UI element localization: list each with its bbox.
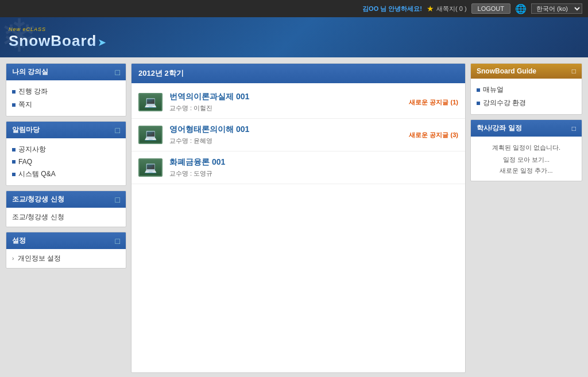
semester-header: 2012년 2학기 [131, 64, 465, 83]
main-layout: 나의 강의실 □ 진행 강좌 쪽지 알림마당 □ [0, 57, 588, 377]
course-title-2[interactable]: 영어형태론의이해 001 [169, 125, 402, 135]
my-classroom-title: 나의 강의실 [12, 67, 48, 77]
settings-body: › 개인정보 설정 [6, 249, 126, 268]
logo-row: SnowBoard ➤ [9, 33, 106, 49]
my-classroom-header: 나의 강의실 □ [6, 64, 126, 80]
course-icon-3 [138, 158, 163, 177]
new-eclass-label: New eCLASS [9, 26, 46, 32]
greeting-text: 김OO 님 안녕하세요! [362, 5, 422, 13]
logout-button[interactable]: LOGOUT [471, 3, 510, 14]
schedule-title: 학사/강좌 일정 [477, 123, 522, 133]
guide-body: 매뉴얼 강의수강 환경 [471, 79, 582, 114]
new-message-link[interactable]: ★ 새쪽지( 0 ) [427, 4, 467, 13]
notice-board-collapse-icon[interactable]: □ [115, 126, 120, 134]
course-title-3[interactable]: 화폐금융론 001 [169, 157, 451, 168]
personal-info-label: 개인정보 설정 [18, 254, 61, 262]
schedule-collapse-icon[interactable]: □ [572, 125, 576, 133]
my-classroom-body: 진행 강좌 쪽지 [6, 80, 126, 116]
sidebar-item-announcements[interactable]: 공지사항 [12, 143, 120, 156]
bullet-icon [477, 88, 480, 92]
sidebar-item-faq[interactable]: FAQ [12, 156, 120, 168]
lecture-env-label: 강의수강 환경 [483, 98, 526, 108]
logo-container: New eCLASS SnowBoard ➤ [9, 26, 106, 49]
course-prof-2: 교수명 : 윤혜영 [169, 137, 402, 145]
no-schedule-text: 계획된 일정이 없습니다. [477, 141, 576, 154]
course-info-1: 번역의이론과실제 001 교수명 : 이헐진 [169, 92, 402, 112]
course-title-1[interactable]: 번역의이론과실제 001 [169, 92, 402, 102]
course-icon-2 [138, 126, 163, 144]
course-info-2: 영어형태론의이해 001 교수명 : 윤혜영 [169, 125, 402, 145]
course-item-3[interactable]: 화폐금융론 001 교수명 : 도영규 [131, 151, 465, 184]
guide-section: SnowBoard Guide □ 매뉴얼 강의수강 환경 [470, 63, 582, 115]
bullet-icon [12, 173, 16, 176]
logo-arrow-icon: ➤ [98, 36, 106, 49]
sidebar-item-active-courses[interactable]: 진행 강좌 [12, 85, 120, 98]
notice-board-section: 알림마당 □ 공지사항 FAQ 시스템 Q&A [6, 121, 126, 186]
add-schedule-link[interactable]: 새로운 일정 추가... [477, 165, 576, 176]
guide-collapse-icon[interactable]: □ [572, 67, 576, 75]
ta-signup-collapse-icon[interactable]: □ [115, 196, 120, 204]
messages-label: 쪽지 [18, 100, 32, 110]
schedule-section: 학사/강좌 일정 □ 계획된 일정이 없습니다. 일정 모아 보기... 새로운… [470, 119, 582, 181]
semester-label: 2012년 2학기 [138, 69, 184, 77]
schedule-header: 학사/강좌 일정 □ [471, 120, 582, 137]
course-new-post-2: 새로운 공지글 (3) [409, 131, 458, 139]
manual-label: 매뉴얼 [483, 85, 504, 95]
header: New eCLASS SnowBoard ➤ [0, 17, 588, 57]
center-content: 2012년 2학기 번역의이론과실제 001 교수명 : 이헐진 새로운 공지글… [131, 63, 466, 373]
course-icon-1 [138, 93, 163, 111]
bullet-icon [477, 102, 480, 105]
top-bar: 김OO 님 안녕하세요! ★ 새쪽지( 0 ) LOGOUT 🌐 한국어 (ko… [0, 0, 588, 17]
course-list: 번역의이론과실제 001 교수명 : 이헐진 새로운 공지글 (1) 영어형태론… [131, 83, 465, 187]
guide-item-manual[interactable]: 매뉴얼 [477, 83, 576, 96]
course-item-1[interactable]: 번역의이론과실제 001 교수명 : 이헐진 새로운 공지글 (1) [131, 86, 465, 119]
settings-collapse-icon[interactable]: □ [115, 237, 120, 245]
settings-header: 설정 □ [6, 232, 126, 249]
star-icon: ★ [427, 4, 434, 13]
new-message-label: 새쪽지( 0 ) [436, 5, 467, 13]
notice-board-body: 공지사항 FAQ 시스템 Q&A [6, 138, 126, 185]
prof-prefix-3: 교수명 : [169, 170, 194, 177]
language-select[interactable]: 한국어 (ko) English (en) [531, 3, 582, 14]
guide-item-lecture-env[interactable]: 강의수강 환경 [477, 96, 576, 110]
sidebar-item-system-qa[interactable]: 시스템 Q&A [12, 168, 120, 181]
ta-signup-link[interactable]: 조교/청강생 신청 [12, 211, 64, 223]
notice-board-title: 알림마당 [12, 125, 40, 135]
bullet-icon [12, 160, 16, 164]
prof-name-2: 윤혜영 [194, 137, 212, 144]
sidebar-item-messages[interactable]: 쪽지 [12, 98, 120, 111]
schedule-body: 계획된 일정이 없습니다. 일정 모아 보기... 새로운 일정 추가... [471, 137, 582, 181]
settings-title: 설정 [12, 236, 26, 246]
bullet-icon [12, 148, 16, 151]
active-courses-label: 진행 강좌 [18, 87, 48, 96]
faq-label: FAQ [18, 158, 32, 166]
bullet-icon [12, 90, 16, 94]
guide-header: SnowBoard Guide □ [471, 64, 582, 79]
course-new-post-1: 새로운 공지글 (1) [409, 98, 458, 107]
my-classroom-collapse-icon[interactable]: □ [115, 68, 120, 76]
view-schedule-link[interactable]: 일정 모아 보기... [477, 154, 576, 165]
ta-signup-title: 조교/청강생 신청 [12, 195, 64, 204]
my-classroom-section: 나의 강의실 □ 진행 강좌 쪽지 [6, 63, 126, 116]
left-sidebar: 나의 강의실 □ 진행 강좌 쪽지 알림마당 □ [6, 63, 126, 373]
chevron-right-icon: › [12, 255, 14, 262]
system-qa-label: 시스템 Q&A [18, 169, 56, 179]
bullet-icon [12, 103, 16, 107]
guide-title: SnowBoard Guide [477, 67, 536, 75]
globe-icon: 🌐 [515, 3, 527, 14]
course-info-3: 화폐금융론 001 교수명 : 도영규 [169, 157, 451, 178]
settings-section: 설정 □ › 개인정보 설정 [6, 232, 126, 269]
course-item-2[interactable]: 영어형태론의이해 001 교수명 : 윤혜영 새로운 공지글 (3) [131, 119, 465, 151]
prof-name-1: 이헐진 [194, 104, 212, 111]
ta-signup-section: 조교/청강생 신청 □ 조교/청강생 신청 [6, 191, 126, 227]
logo-text: SnowBoard [9, 33, 96, 48]
notice-board-header: 알림마당 □ [6, 122, 126, 138]
prof-prefix-1: 교수명 : [169, 104, 194, 111]
greeting-label: 김OO 님 안녕하세요! [362, 5, 422, 12]
prof-prefix-2: 교수명 : [169, 137, 194, 144]
announcements-label: 공지사항 [18, 145, 46, 154]
course-prof-1: 교수명 : 이헐진 [169, 104, 402, 112]
course-prof-3: 교수명 : 도영규 [169, 169, 451, 178]
prof-name-3: 도영규 [194, 170, 212, 177]
personal-info-link[interactable]: › 개인정보 설정 [12, 252, 61, 264]
